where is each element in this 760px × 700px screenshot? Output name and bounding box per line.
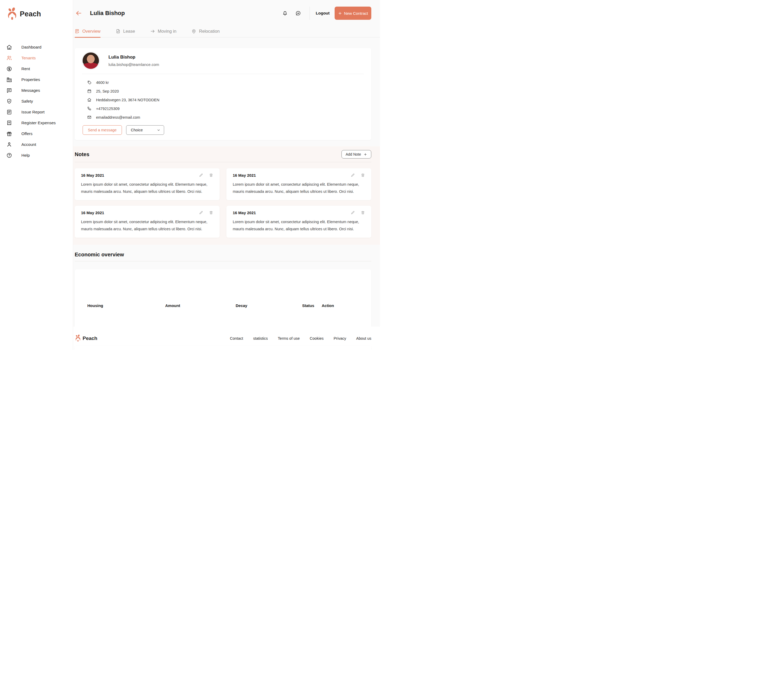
pencil-icon[interactable] — [351, 211, 355, 215]
column-header-action: Action — [322, 303, 367, 308]
sidebar-item-safety[interactable]: Safety — [0, 96, 73, 106]
topbar: Lulia Bishop Logout New Contract — [73, 0, 380, 27]
plus-icon — [338, 11, 342, 15]
sidebar-item-messages[interactable]: Messages — [0, 85, 73, 96]
footer-link-cookies[interactable]: Cookies — [310, 336, 324, 341]
sidebar-item-register-expenses[interactable]: Register Expenses — [0, 117, 73, 128]
document-lines-icon — [6, 109, 12, 115]
chevron-down-icon — [157, 128, 160, 132]
detail-email: emailaddress@email.com — [83, 113, 364, 122]
tab-label: Moving in — [158, 29, 177, 34]
peach-logo: Peach — [0, 7, 73, 20]
footer-brand-name: Peach — [83, 336, 97, 341]
peach-logo-icon — [6, 7, 18, 20]
sidebar-item-label: Dashboard — [21, 45, 41, 50]
profile-identity: Lulia Bishop lulia.bishop@teamlance.com — [108, 55, 159, 67]
peach-logo-icon — [75, 334, 81, 342]
tenant-profile-card: Lulia Bishop lulia.bishop@teamlance.com … — [75, 48, 371, 140]
detail-value: +4792125309 — [96, 106, 119, 111]
economic-overview-section: Economic overview Housing Amount Decay S… — [73, 252, 380, 324]
avatar — [83, 53, 99, 69]
house-icon — [87, 98, 92, 102]
tab-label: Lease — [123, 29, 135, 34]
note-text: Lorem ipsum dolor sit amet, consectetur … — [81, 219, 213, 232]
tab-lease[interactable]: Lease — [116, 29, 135, 37]
home-icon — [6, 44, 12, 50]
sidebar-item-help[interactable]: Help — [0, 150, 73, 161]
trash-icon[interactable] — [209, 173, 213, 177]
app-root: Peach Dashboard Tenants Rent — [0, 0, 380, 350]
help-circle-icon — [6, 152, 12, 158]
economic-title: Economic overview — [75, 252, 124, 258]
trash-icon[interactable] — [361, 211, 365, 215]
detail-date: 25, Sep 2020 — [83, 87, 364, 95]
tab-label: Overview — [82, 29, 100, 34]
phone-icon — [87, 106, 92, 111]
chat-bubble-icon — [6, 88, 12, 93]
tag-icon — [87, 80, 92, 85]
column-header-decay: Decay — [236, 303, 302, 308]
sidebar-item-label: Register Expenses — [21, 120, 56, 125]
trash-icon[interactable] — [209, 211, 213, 215]
sidebar-item-label: Properties — [21, 77, 40, 82]
detail-rent: 4600 kr — [83, 78, 364, 87]
column-header-housing: Housing — [87, 303, 165, 308]
sidebar-item-label: Tenants — [21, 56, 36, 60]
sidebar-item-label: Issue Report — [21, 110, 45, 114]
pencil-icon[interactable] — [351, 173, 355, 177]
users-icon — [6, 55, 12, 61]
bell-icon[interactable] — [282, 10, 288, 16]
sidebar-item-tenants[interactable]: Tenants — [0, 53, 73, 63]
sidebar-item-label: Offers — [21, 131, 33, 136]
sidebar-item-dashboard[interactable]: Dashboard — [0, 42, 73, 53]
economic-table-row: Heddalsvegen 23 - H0301 5000 15, Sep 202… — [75, 346, 371, 350]
send-message-button[interactable]: Send a message — [83, 125, 122, 135]
sidebar-item-rent[interactable]: Rent — [0, 63, 73, 74]
footer-links: Contact statistics Terms of use Cookies … — [230, 336, 371, 341]
sidebar-item-offers[interactable]: Offers — [0, 128, 73, 139]
sidebar-item-properties[interactable]: Properties — [0, 74, 73, 85]
footer-link-about[interactable]: About us — [356, 336, 371, 341]
profile-actions: Send a message Choice — [83, 125, 364, 135]
sidebar-item-issue-report[interactable]: Issue Report — [0, 106, 73, 117]
note-text: Lorem ipsum dolor sit amet, consectetur … — [233, 181, 365, 195]
tab-relocation[interactable]: Relocation — [191, 29, 219, 37]
footer-link-terms[interactable]: Terms of use — [278, 336, 300, 341]
trash-icon[interactable] — [361, 173, 365, 177]
add-note-button[interactable]: Add Note — [342, 150, 371, 158]
page-title: Lulia Bishop — [90, 10, 125, 17]
sidebar-item-account[interactable]: Account — [0, 139, 73, 150]
new-contract-label: New Contract — [344, 11, 368, 16]
footer-link-privacy[interactable]: Privacy — [334, 336, 346, 341]
tab-overview[interactable]: Overview — [75, 29, 100, 37]
profile-choice-dropdown[interactable]: Choice — [126, 125, 164, 135]
receipt-icon — [6, 120, 12, 126]
back-arrow-icon[interactable] — [75, 10, 82, 17]
mail-icon — [87, 115, 92, 119]
sidebar-item-label: Account — [21, 142, 36, 147]
footer-link-contact[interactable]: Contact — [230, 336, 243, 341]
person-icon — [6, 142, 12, 147]
note-card: 16 May 2021 Lorem ipsum dolor sit amet, … — [226, 168, 371, 200]
note-text: Lorem ipsum dolor sit amet, consectetur … — [81, 181, 213, 195]
new-contract-button[interactable]: New Contract — [335, 6, 371, 20]
notes-title: Notes — [75, 152, 89, 158]
sidebar-nav: Dashboard Tenants Rent Properties — [0, 42, 73, 161]
divider — [82, 74, 364, 74]
map-pin-icon — [191, 29, 196, 34]
sidebar-item-label: Help — [21, 153, 30, 158]
note-date: 16 May 2021 — [81, 173, 104, 178]
detail-address: Heddalsvegen 23, 3674 NOTODDEN — [83, 95, 364, 104]
add-note-label: Add Note — [346, 152, 361, 156]
footer-link-statistics[interactable]: statistics — [253, 336, 268, 341]
notes-section: Notes Add Note 16 May 2021 Lor — [73, 146, 380, 245]
logout-button[interactable]: Logout — [316, 11, 330, 16]
detail-value: 4600 kr — [96, 80, 109, 85]
pencil-icon[interactable] — [199, 173, 203, 177]
sidebar-item-label: Rent — [21, 66, 30, 71]
tab-moving-in[interactable]: Moving in — [150, 29, 177, 37]
note-text: Lorem ipsum dolor sit amet, consectetur … — [233, 219, 365, 232]
chat-icon[interactable] — [295, 10, 301, 16]
pencil-icon[interactable] — [199, 211, 203, 215]
document-icon — [116, 29, 121, 34]
